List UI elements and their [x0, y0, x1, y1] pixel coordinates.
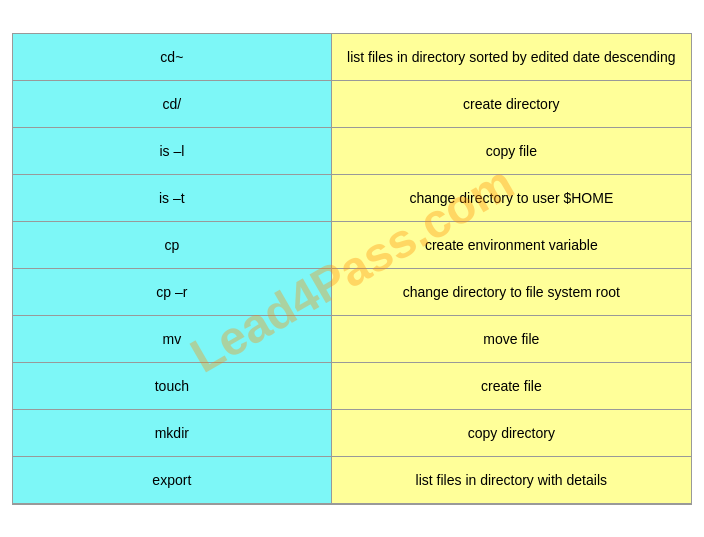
description-cell: list files in directory sorted by edited… [332, 34, 691, 80]
command-cell: mv [13, 316, 332, 362]
description-cell: create environment variable [332, 222, 691, 268]
command-cell: is –t [13, 175, 332, 221]
table-row: cp –rchange directory to file system roo… [13, 269, 691, 316]
description-cell: copy directory [332, 410, 691, 456]
description-cell: create directory [332, 81, 691, 127]
command-table: cd~list files in directory sorted by edi… [12, 33, 692, 505]
command-cell: cp –r [13, 269, 332, 315]
command-cell: cd/ [13, 81, 332, 127]
command-cell: cp [13, 222, 332, 268]
command-cell: export [13, 457, 332, 503]
command-cell: cd~ [13, 34, 332, 80]
table-row: is –lcopy file [13, 128, 691, 175]
table-row: mkdircopy directory [13, 410, 691, 457]
description-cell: create file [332, 363, 691, 409]
table-row: cd/create directory [13, 81, 691, 128]
table-row: exportlist files in directory with detai… [13, 457, 691, 504]
table-row: is –tchange directory to user $HOME [13, 175, 691, 222]
table-row: cpcreate environment variable [13, 222, 691, 269]
command-cell: mkdir [13, 410, 332, 456]
table-row: mvmove file [13, 316, 691, 363]
table-row: cd~list files in directory sorted by edi… [13, 34, 691, 81]
description-cell: list files in directory with details [332, 457, 691, 503]
command-cell: is –l [13, 128, 332, 174]
description-cell: move file [332, 316, 691, 362]
table-row: touchcreate file [13, 363, 691, 410]
description-cell: copy file [332, 128, 691, 174]
command-cell: touch [13, 363, 332, 409]
description-cell: change directory to file system root [332, 269, 691, 315]
description-cell: change directory to user $HOME [332, 175, 691, 221]
